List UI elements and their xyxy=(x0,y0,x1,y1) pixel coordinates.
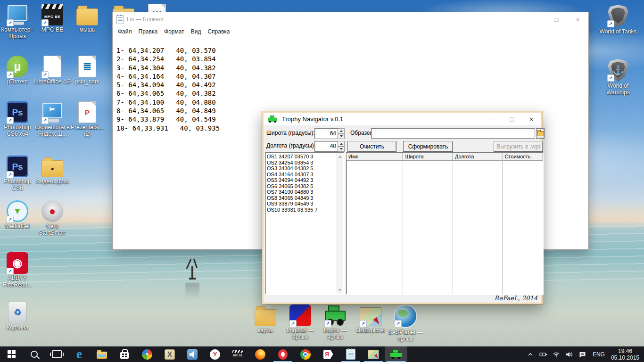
sample-point-input[interactable] xyxy=(371,128,535,139)
taskbar-mpc-be-button[interactable]: MPC BE xyxy=(226,346,249,362)
taskbar-notepad-button[interactable] xyxy=(339,346,362,362)
desktop-icon-label: карты xyxy=(247,327,284,334)
desktop-icon-folder-karty[interactable]: карты xyxy=(247,304,284,334)
latitude-value[interactable]: 64 xyxy=(314,128,338,139)
desktop-icon-yandex-screenshots[interactable]: ✂↗Скриншоты в Яндекс.Д... xyxy=(33,101,71,137)
desktop-icon-label: µTorrent xyxy=(0,78,36,85)
taskbar-volume-mixer-button[interactable] xyxy=(181,346,204,362)
trophy-close-button[interactable]: × xyxy=(521,113,541,125)
table-header-0[interactable]: Имя xyxy=(347,153,403,161)
trophy-minimize-button[interactable]: — xyxy=(482,113,502,125)
point-list-item[interactable]: OS5 34094 04492 3 xyxy=(267,177,336,183)
desktop-icon-sasplanet-shortcut[interactable]: ↗SASPlanet — ярлык xyxy=(387,304,424,342)
wifi-icon[interactable] xyxy=(553,346,560,362)
clear-button[interactable]: Очистить xyxy=(347,141,396,152)
point-list-item[interactable]: OS6 34065 04382 5 xyxy=(267,183,336,189)
trophy-maximize-button[interactable]: □ xyxy=(502,113,521,125)
desktop-icon-utorrent[interactable]: µ↗µTorrent xyxy=(0,56,36,85)
desktop-icon-computer-shortcut[interactable]: ↗Компьютер - Ярлык xyxy=(0,4,36,40)
desktop-icon-trophy-shortcut[interactable]: ↗trophy — ярлык xyxy=(316,304,354,340)
desktop-icon-label: World of Warships xyxy=(599,82,637,96)
folder-small-icon xyxy=(97,352,107,359)
desktop-icon-world-of-warships[interactable]: ⚓↗World of Warships xyxy=(599,59,637,96)
battery-icon[interactable] xyxy=(539,346,547,362)
notepad-minimize-button[interactable]: — xyxy=(525,12,546,26)
longitude-up-arrow-icon[interactable] xyxy=(338,141,345,147)
taskbar-yandex-screenshot-tool-button[interactable] xyxy=(158,346,181,362)
point-list-item[interactable]: OS2 34254 03854 3 xyxy=(267,160,336,166)
taskbar-opera-button[interactable] xyxy=(272,346,294,362)
taskbar-task-view-button[interactable] xyxy=(45,346,68,362)
point-list-item[interactable]: OS1 34207 03570 3 xyxy=(267,154,336,160)
notepad-menu-1[interactable]: Правка xyxy=(135,27,161,36)
taskbar-trophy-navigator-button[interactable] xyxy=(385,346,407,362)
scroll-up-arrow-icon[interactable] xyxy=(336,153,343,160)
trophy-titlebar[interactable]: Trophy Navigator v.0.1 — □ × xyxy=(264,113,541,125)
prezentatsi-icon: P xyxy=(78,101,96,123)
point-list-item[interactable]: OS10 33931 03.935 7 xyxy=(267,207,336,213)
desktop-icon-recycle-bin[interactable]: ♻Корзина xyxy=(0,302,36,331)
system-tray: ENG 19:46 05.10.2015 xyxy=(527,346,644,362)
taskbar-store-button[interactable] xyxy=(113,346,136,362)
volume-icon[interactable] xyxy=(565,346,573,362)
desktop-icon-oziexplorer-shortcut[interactable]: ↗OziExplorer xyxy=(352,304,389,334)
desktop-icon-folder-mysh[interactable]: мышь xyxy=(68,4,106,33)
taskbar-yandex-search-button[interactable]: Я xyxy=(317,346,339,362)
clock[interactable]: 19:46 05.10.2015 xyxy=(611,348,639,361)
action-center-icon[interactable] xyxy=(578,346,586,362)
taskbar-oziexplorer-button[interactable] xyxy=(362,346,385,362)
language-indicator[interactable]: ENG xyxy=(592,351,606,358)
point-list-item[interactable]: OS3 34304 04382 5 xyxy=(267,165,336,172)
taskbar-start-button[interactable] xyxy=(0,346,23,362)
desktop-icon-yandex-disk[interactable]: ●Яндекс.Диск xyxy=(33,156,71,185)
taskbar-chrome-button[interactable] xyxy=(294,346,317,362)
table-header-1[interactable]: Широта xyxy=(403,153,453,161)
notepad-close-button[interactable]: × xyxy=(567,12,588,26)
points-listbox[interactable]: OS1 34207 03570 3OS2 34254 03854 3OS3 34… xyxy=(265,152,344,295)
desktop-icon-img2ozf-shortcut[interactable]: ↗Img2ozf — ярлык xyxy=(281,304,319,340)
taskbar-yandex-browser-button[interactable]: Y xyxy=(204,346,226,362)
taskbar-firefox-button[interactable] xyxy=(249,346,272,362)
table-header-2[interactable]: Долгота xyxy=(453,153,503,161)
point-list-item[interactable]: OS9 33879 04549 3 xyxy=(267,201,336,207)
latitude-down-arrow-icon[interactable] xyxy=(338,134,345,140)
desktop-icon-world-of-tanks[interactable]: ↗World of Tanks xyxy=(599,5,637,35)
notepad-menu-4[interactable]: Справка xyxy=(204,27,233,36)
notepad-menu-2[interactable]: Формат xyxy=(161,27,188,36)
desktop-icon-libreoffice[interactable]: ↗LibreOffice 4.3 xyxy=(33,56,71,85)
desktop-icon-mpc-be[interactable]: MPC BE↗MPC-BE xyxy=(33,4,71,33)
desktop-icon-psih-nark[interactable]: ≣psih_nark xyxy=(68,56,106,85)
export-wpt-button[interactable]: Выгрузить в .wpt xyxy=(494,141,543,152)
desktop-icon-photoshop-cs6-x64[interactable]: Ps↗Photoshop CS6 x64 xyxy=(0,101,36,137)
notepad-maximize-button[interactable]: □ xyxy=(546,12,567,26)
desktop-icon-photoshop-cs6[interactable]: Ps↗Photoshop CS6 xyxy=(0,156,36,191)
browse-folder-button[interactable] xyxy=(536,128,545,139)
chevron-up-icon[interactable] xyxy=(527,346,534,362)
point-list-item[interactable]: OS7 34100 04880 3 xyxy=(267,189,336,195)
desktop-icon-label: Photoshop CS6 x64 xyxy=(0,124,36,137)
generate-button[interactable]: Сформировать xyxy=(403,141,453,152)
taskbar-search-button[interactable] xyxy=(23,346,45,362)
desktop-icon-label: MPC-BE xyxy=(33,26,71,33)
scroll-down-arrow-icon[interactable] xyxy=(336,287,343,294)
longitude-down-arrow-icon[interactable] xyxy=(338,147,345,152)
taskbar-edge-button[interactable]: e xyxy=(68,346,91,362)
latitude-label: Широта (градусы): xyxy=(266,130,315,136)
notepad-menu-3[interactable]: Вид xyxy=(188,27,205,36)
taskbar-file-explorer-button[interactable] xyxy=(91,346,113,362)
listbox-scrollbar[interactable] xyxy=(336,153,343,294)
notepad-menu-0[interactable]: Файл xyxy=(115,27,135,36)
desktop-icon-prezentatsi[interactable]: PPrezentatsi... (2) xyxy=(68,101,106,137)
notepad-titlebar[interactable]: Lis — Блокнот — □ × xyxy=(113,12,588,26)
shortcut-arrow-icon: ↗ xyxy=(41,117,49,124)
table-header-3[interactable]: Стоимость xyxy=(503,153,543,161)
taskbar-mediaget-button[interactable] xyxy=(136,346,158,362)
desktop-icon-nero-startsmart[interactable]: ●Nero StartSmart xyxy=(33,200,71,236)
point-list-item[interactable]: OS8 34065 04849 3 xyxy=(267,195,336,201)
longitude-value[interactable]: 40 xyxy=(314,141,338,152)
desktop-icon-mediaget[interactable]: ▼↗MediaGet xyxy=(0,200,36,230)
desktop-icon-abbyy-finereader[interactable]: ◉↗ABBYY FineRead... xyxy=(0,252,36,288)
latitude-up-arrow-icon[interactable] xyxy=(338,128,345,134)
waypoints-table[interactable]: ИмяШиротаДолготаСтоимость xyxy=(346,152,543,295)
point-list-item[interactable]: OS4 34164 04307 3 xyxy=(267,172,336,178)
